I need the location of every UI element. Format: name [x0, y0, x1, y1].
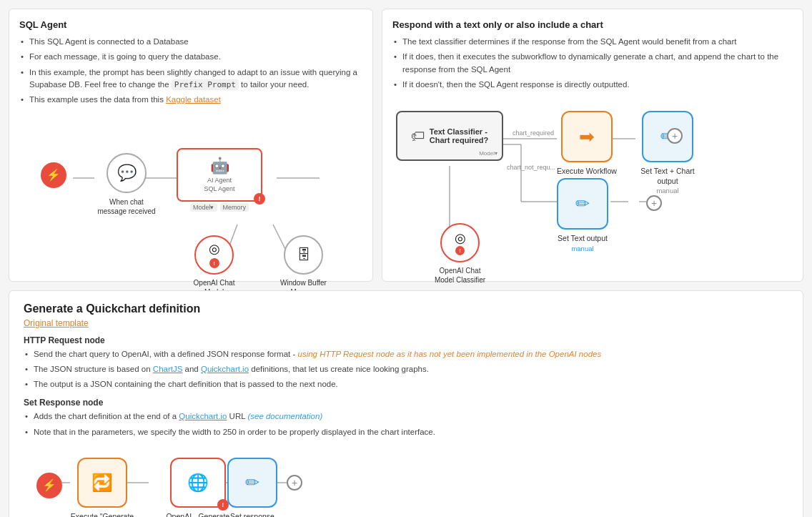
execute-workflow-label: Execute Workflow: [557, 167, 617, 177]
main-container: SQL Agent This SQL Agent is connected to…: [0, 0, 812, 517]
italic-note-1: using HTTP Request node as it has not ye…: [297, 350, 601, 358]
openai-model-box: ◎ !: [194, 235, 234, 275]
original-template-link[interactable]: Original template: [24, 318, 788, 328]
list-item: If it doesn't, then the SQL Agent respon…: [392, 79, 793, 91]
model-tag: Model▾: [190, 203, 217, 212]
svg-text:chart_not_requ...: chart_not_requ...: [507, 164, 555, 171]
ai-agent-box: 🤖 AI Agent SQL Agent !: [177, 148, 262, 202]
set-response-section-title: Set Response node: [24, 398, 788, 408]
svg-text:chart_required: chart_required: [513, 129, 554, 137]
openai-classifier-label: OpenAI Chat Model Classifier: [430, 266, 490, 285]
robot-icon: 🤖: [210, 157, 229, 175]
list-item: The text classifier determines if the re…: [392, 36, 793, 48]
list-item: The output is a JSON containing the char…: [24, 378, 788, 390]
classifier-title: Text Classifier -: [430, 127, 489, 136]
list-item: In this example, the prompt has been sli…: [19, 67, 362, 92]
bottom-panel: Generate a Quickchart definition Origina…: [9, 290, 803, 518]
list-item: This SQL Agent is connected to a Databas…: [19, 36, 362, 48]
plus-button-bottom[interactable]: +: [646, 195, 662, 211]
tag-icon: 🏷: [411, 128, 425, 144]
window-buffer-node[interactable]: 🗄 Window Buffer Memory: [273, 235, 334, 297]
bottom-trigger-icon-wrap: ⚡: [36, 473, 62, 498]
list-item: If it does, then it executes the subwork…: [392, 51, 793, 76]
quickchart-url-link[interactable]: Quickchart.io: [179, 412, 227, 420]
memory-tag: Memory: [220, 203, 249, 212]
bottom-connector-svg: [24, 447, 788, 517]
list-item: Send the chart query to OpenAI, with a d…: [24, 348, 788, 360]
set-text-chart-label: Set Text + Chart output: [635, 167, 700, 186]
model-label-classifier: Model▾: [479, 150, 497, 157]
chat-trigger-label: When chat message received: [94, 197, 159, 216]
right-panel: Respond with a text only or also include…: [382, 9, 803, 282]
openai-classifier-icon: ◎: [455, 230, 466, 246]
ai-agent-badges: Model▾ Memory: [190, 203, 249, 212]
text-classifier-box: 🏷 Text Classifier - Chart required? Mode…: [396, 111, 503, 161]
trigger-icon: ⚡: [41, 162, 66, 188]
set-text-output-sublabel: manual: [571, 245, 593, 252]
globe-icon: 🌐: [187, 473, 209, 493]
execute-tool-node[interactable]: 🔁 Execute "Generate a chart" tool: [70, 458, 134, 517]
bottom-workflow: ⚡ 🔁 Execute "Generate a chart" tool 🌐 ! …: [24, 447, 788, 517]
left-panel: SQL Agent This SQL Agent is connected to…: [9, 9, 373, 282]
list-item: Adds the chart definition at the end of …: [24, 410, 788, 423]
openai-classifier-box: ◎ !: [440, 223, 480, 262]
set-response-list: Adds the chart definition at the end of …: [24, 410, 788, 438]
openai-icon: ◎: [209, 241, 220, 257]
text-classifier-content: 🏷 Text Classifier - Chart required?: [411, 127, 489, 144]
right-workflow-canvas: chart_required chart_not_requ...: [392, 98, 793, 270]
code-prefix-prompt: Prefix Prompt: [172, 79, 239, 90]
execute-tool-label: Execute "Generate a chart" tool: [70, 512, 134, 517]
bottom-title: Generate a Quickchart definition: [24, 302, 788, 315]
ai-agent-subtitle: SQL Agent: [204, 185, 234, 192]
list-item: This example uses the data from this Kag…: [19, 94, 362, 106]
set-response-box: ✏: [227, 458, 277, 508]
list-item: Note that in the parameters, we specify …: [24, 426, 788, 438]
openai-chart-label: OpenAI - Generate Chart definition with …: [166, 512, 230, 517]
text-classifier-text: Text Classifier - Chart required?: [430, 127, 489, 144]
bottom-trigger-icon: ⚡: [36, 473, 62, 498]
chat-trigger-box: 💬: [107, 153, 147, 193]
ai-agent-title: AI Agent: [207, 177, 232, 184]
http-request-list: Send the chart query to OpenAI, with a d…: [24, 348, 788, 391]
warning-badge: !: [254, 193, 265, 205]
right-panel-list: The text classifier determines if the re…: [392, 36, 793, 91]
repeat-icon: 🔁: [91, 473, 113, 493]
see-doc-link[interactable]: (see documentation): [247, 412, 322, 420]
right-panel-title: Respond with a text only or also include…: [392, 19, 793, 30]
kaggle-link[interactable]: Kaggle dataset: [166, 95, 221, 104]
trigger-node[interactable]: ⚡: [41, 162, 66, 188]
database-icon: 🗄: [297, 247, 311, 263]
set-text-chart-node[interactable]: ✏ Set Text + Chart output manual: [635, 111, 700, 195]
quickchart-link[interactable]: Quickchart.io: [201, 365, 249, 373]
arrow-right-icon: ➡: [579, 126, 595, 148]
chat-icon: 💬: [117, 164, 137, 182]
openai-classifier-node[interactable]: ◎ ! OpenAI Chat Model Classifier: [430, 223, 490, 285]
left-panel-list: This SQL Agent is connected to a Databas…: [19, 36, 362, 107]
set-response-label: Set response: [230, 512, 274, 517]
openai-classifier-content: ◎ !: [455, 230, 466, 255]
pencil-response-icon: ✏: [245, 473, 259, 493]
execute-workflow-box: ➡: [561, 111, 613, 162]
openai-chart-box: 🌐 !: [170, 458, 226, 508]
set-text-output-box: ✏: [557, 178, 608, 230]
classifier-subtitle: Chart required?: [430, 136, 489, 144]
http-request-section-title: HTTP Request node: [24, 335, 788, 345]
text-classifier-node[interactable]: 🏷 Text Classifier - Chart required? Mode…: [396, 111, 503, 161]
window-buffer-box: 🗄: [284, 235, 323, 275]
set-text-output-label: Set Text output: [558, 234, 608, 244]
bottom-plus-button[interactable]: +: [287, 475, 302, 491]
plus-button-top[interactable]: +: [667, 128, 683, 144]
execute-workflow-node[interactable]: ➡ Execute Workflow: [557, 111, 617, 177]
list-item: The JSON structure is based on ChartJS a…: [24, 363, 788, 375]
left-workflow-canvas: ⚡ 💬 When chat message received 🤖 AI Agen…: [19, 114, 362, 271]
set-text-output-node[interactable]: ✏ Set Text output manual: [557, 178, 608, 252]
chartjs-link[interactable]: ChartJS: [153, 365, 183, 373]
set-response-node[interactable]: ✏ Set response manual: [227, 458, 277, 517]
ai-agent-node[interactable]: 🤖 AI Agent SQL Agent ! Model▾ Memory: [177, 148, 262, 212]
openai-warning: !: [209, 258, 219, 268]
top-section: SQL Agent This SQL Agent is connected to…: [9, 9, 803, 282]
chat-trigger-node[interactable]: 💬 When chat message received: [94, 153, 159, 216]
classifier-warning: !: [455, 246, 465, 255]
openai-model-node[interactable]: ◎ ! OpenAI Chat Model: [184, 235, 244, 297]
left-panel-title: SQL Agent: [19, 19, 362, 30]
